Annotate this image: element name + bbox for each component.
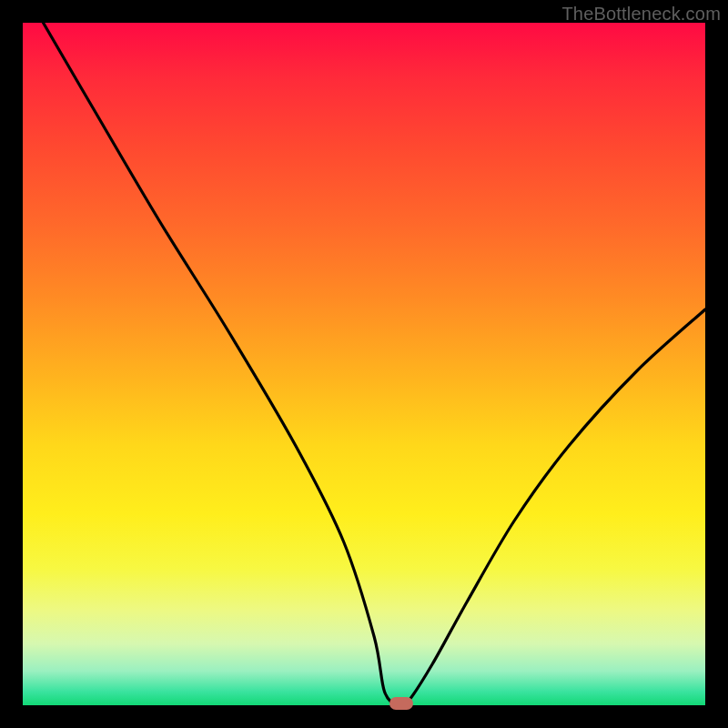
optimum-marker [389, 697, 413, 710]
bottleneck-curve [23, 23, 705, 705]
chart-stage: TheBottleneck.com [0, 0, 728, 728]
watermark-text: TheBottleneck.com [561, 4, 721, 25]
plot-area [23, 23, 705, 705]
